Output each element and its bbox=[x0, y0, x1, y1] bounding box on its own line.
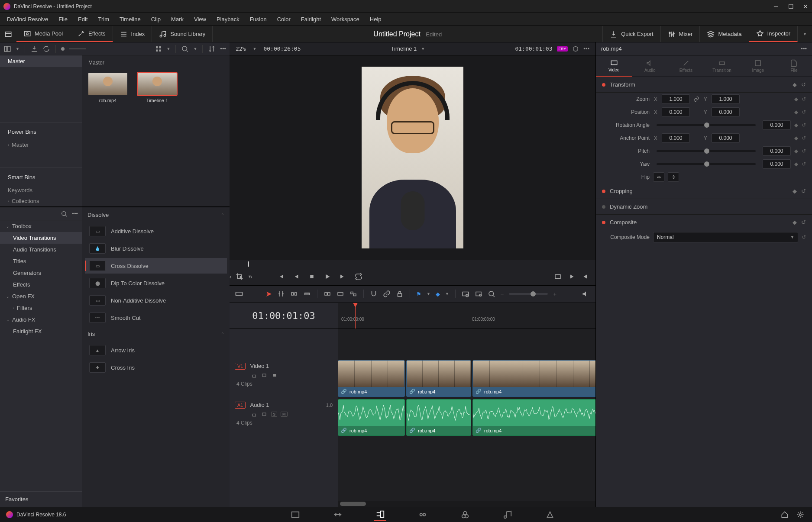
color-wheel-icon[interactable] bbox=[572, 45, 579, 52]
audio-track-lane[interactable]: 🔗rob.mp4🔗rob.mp4🔗rob.mp4🔗rob.mp4 bbox=[338, 398, 595, 437]
smart-bin-keywords[interactable]: Keywords bbox=[0, 185, 82, 196]
fx-smooth-cut[interactable]: 〰Smooth Cut bbox=[85, 310, 227, 325]
timeline-name-dropdown-icon[interactable]: ▼ bbox=[421, 47, 425, 51]
blade-tool-icon[interactable] bbox=[303, 290, 311, 298]
yaw-input[interactable]: 0.000 bbox=[763, 159, 791, 169]
fx-cross-dissolve[interactable]: ▭Cross Dissolve bbox=[85, 258, 227, 274]
metadata-toggle[interactable]: Metadata bbox=[700, 26, 749, 42]
go-last-icon[interactable] bbox=[339, 273, 347, 280]
menu-playback[interactable]: Playback bbox=[212, 14, 244, 24]
v1-lock-icon[interactable] bbox=[251, 372, 257, 378]
sort-icon[interactable] bbox=[208, 45, 216, 53]
video-transitions-item[interactable]: Video Transitions bbox=[0, 232, 82, 244]
position-keyframe-icon[interactable]: ◆ bbox=[794, 109, 798, 115]
position-y-input[interactable]: 0.000 bbox=[712, 107, 740, 117]
smart-bin-collections[interactable]: ›Collections bbox=[0, 196, 82, 206]
audiofx-item[interactable]: ⌄Audio FX bbox=[0, 314, 82, 325]
timeline-zoom-slider[interactable] bbox=[509, 293, 548, 295]
effects-toggle[interactable]: Effects bbox=[70, 26, 113, 42]
fusion-page-icon[interactable] bbox=[417, 509, 429, 521]
power-bins-master[interactable]: ›Master bbox=[0, 139, 82, 150]
anchor-reset-icon[interactable]: ↺ bbox=[802, 135, 806, 141]
openfx-item[interactable]: ⌄Open FX bbox=[0, 290, 82, 302]
video-clip[interactable]: 🔗rob.mp4 bbox=[472, 360, 595, 397]
zoom-out-icon[interactable]: − bbox=[501, 291, 504, 297]
cropping-enable-dot[interactable] bbox=[602, 190, 605, 193]
timeline-view-icon[interactable] bbox=[462, 290, 469, 298]
fairlight-page-icon[interactable] bbox=[501, 509, 514, 521]
transform-enable-dot[interactable] bbox=[602, 83, 605, 87]
yaw-keyframe-icon[interactable]: ◆ bbox=[794, 161, 798, 167]
inspector-tab-audio[interactable]: Audio bbox=[632, 55, 668, 77]
menu-file[interactable]: File bbox=[54, 14, 72, 24]
fx-arrow-iris[interactable]: ▲Arrow Iris bbox=[85, 342, 227, 358]
media-pool-toggle[interactable]: Media Pool bbox=[16, 26, 70, 42]
fx-non-additive[interactable]: ▭Non-Additive Dissolve bbox=[85, 293, 227, 308]
close-button[interactable]: ✕ bbox=[802, 3, 809, 10]
minimize-button[interactable]: ─ bbox=[773, 3, 779, 10]
thumbnail-size-slider[interactable] bbox=[61, 47, 65, 51]
pitch-input[interactable]: 0.000 bbox=[763, 146, 791, 156]
video-track-header[interactable]: V1Video 1 4 Clips bbox=[230, 359, 338, 398]
inspector-tab-transition[interactable]: Transition bbox=[704, 55, 740, 77]
a1-solo-button[interactable]: S bbox=[271, 412, 277, 417]
zoom-y-input[interactable]: 1.000 bbox=[712, 94, 740, 104]
fx-cross-iris[interactable]: ✚Cross Iris bbox=[85, 360, 227, 375]
pitch-keyframe-icon[interactable]: ◆ bbox=[794, 148, 798, 154]
flag-icon[interactable]: ⚑ bbox=[416, 291, 421, 297]
viewer-canvas[interactable] bbox=[230, 55, 595, 260]
anchor-y-input[interactable]: 0.000 bbox=[712, 133, 740, 143]
viewer-timecode[interactable]: 01:00:01:03 bbox=[515, 45, 552, 52]
audio-clip[interactable]: 🔗rob.mp4 bbox=[472, 399, 595, 436]
toolbox-item[interactable]: ⌄Toolbox bbox=[0, 220, 82, 232]
play-reverse-icon[interactable] bbox=[292, 273, 300, 280]
flip-v-button[interactable]: ⇕ bbox=[668, 172, 679, 182]
custom-zoom-icon[interactable] bbox=[488, 290, 495, 298]
sync-icon[interactable] bbox=[42, 45, 50, 53]
favorites-header[interactable]: Favorites bbox=[0, 491, 82, 507]
pitch-reset-icon[interactable]: ↺ bbox=[802, 148, 806, 154]
sound-library-toggle[interactable]: Sound Library bbox=[152, 26, 213, 42]
menu-workspace[interactable]: Workspace bbox=[327, 14, 364, 24]
mixer-toggle[interactable]: Mixer bbox=[661, 26, 700, 42]
view-chevron-icon[interactable]: ▼ bbox=[167, 47, 171, 51]
stop-icon[interactable] bbox=[308, 273, 316, 280]
inspector-more-icon[interactable]: ••• bbox=[801, 45, 807, 52]
fx-dip-to-color[interactable]: ⬤Dip To Color Dissolve bbox=[85, 275, 227, 291]
composite-mode-reset-icon[interactable]: ↺ bbox=[802, 234, 806, 240]
search-icon[interactable] bbox=[181, 45, 189, 53]
timeline-master-tc[interactable]: 01:00:01:03 bbox=[230, 303, 338, 329]
thumbnail-size-track[interactable] bbox=[69, 48, 86, 49]
rotation-slider[interactable] bbox=[657, 124, 756, 126]
composite-mode-select[interactable]: Normal▼ bbox=[653, 232, 798, 242]
v1-auto-icon[interactable] bbox=[261, 373, 268, 378]
layout-icon[interactable] bbox=[0, 26, 16, 42]
yaw-slider[interactable] bbox=[657, 163, 756, 165]
deliver-page-icon[interactable] bbox=[544, 509, 556, 521]
viewer-more-icon[interactable]: ••• bbox=[583, 45, 589, 52]
import-icon[interactable] bbox=[30, 45, 38, 53]
dynamic-trim-icon[interactable] bbox=[290, 290, 298, 298]
insert-icon[interactable] bbox=[324, 290, 331, 298]
cut-page-icon[interactable] bbox=[332, 509, 344, 521]
rotation-input[interactable]: 0.000 bbox=[763, 120, 791, 130]
match-frame-icon[interactable] bbox=[554, 273, 562, 280]
smart-bins-header[interactable]: Smart Bins bbox=[0, 168, 82, 185]
media-page-icon[interactable] bbox=[289, 509, 301, 521]
quick-export-button[interactable]: Quick Export bbox=[602, 26, 660, 42]
effects-item[interactable]: Effects bbox=[0, 279, 82, 290]
video-track-lane[interactable]: 🔗rob.mp4🔗rob.mp4🔗rob.mp4🔗rob.mp4 bbox=[338, 359, 595, 398]
composite-section[interactable]: Composite ◆↺ bbox=[596, 215, 812, 230]
settings-icon[interactable] bbox=[796, 511, 804, 519]
inspector-tab-file[interactable]: File bbox=[776, 55, 812, 77]
zoom-keyframe-icon[interactable]: ◆ bbox=[794, 96, 798, 102]
menu-trim[interactable]: Trim bbox=[94, 14, 114, 24]
sidebar-icon[interactable] bbox=[3, 45, 11, 53]
crop-icon[interactable] bbox=[236, 273, 243, 280]
composite-reset-icon[interactable]: ↺ bbox=[801, 219, 806, 226]
effects-search-icon[interactable] bbox=[61, 210, 68, 217]
transform-section[interactable]: Transform ◆↺ bbox=[596, 77, 812, 93]
anchor-keyframe-icon[interactable]: ◆ bbox=[794, 135, 798, 141]
index-toggle[interactable]: Index bbox=[113, 26, 152, 42]
menu-color[interactable]: Color bbox=[273, 14, 295, 24]
